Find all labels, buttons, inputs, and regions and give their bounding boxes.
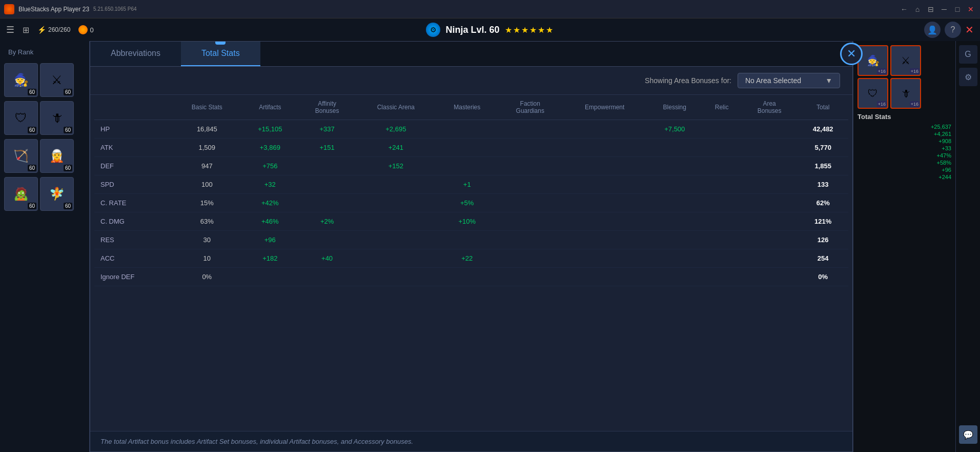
cell-6-faction — [498, 231, 562, 249]
maximize-icon[interactable]: □ — [952, 4, 963, 14]
right-hero-1[interactable]: 🧙 +16 — [858, 45, 888, 76]
cell-5-faction — [498, 212, 562, 231]
tab-total-stats-label: Total Stats — [201, 49, 240, 57]
outer-icon-2[interactable]: ⚙ — [959, 68, 977, 86]
cell-1-relic — [702, 139, 741, 157]
title-area: ⚙ Ninja Lvl. 60 ★★★★★★ — [426, 23, 554, 37]
cell-1-area — [741, 139, 798, 157]
col-affinity: AffinityBonuses — [299, 95, 356, 120]
cell-2-classic: +152 — [355, 157, 436, 175]
modal: Abbreviations Total Stats ✕ Showing Area… — [90, 41, 853, 452]
cell-2-empowerment — [562, 157, 647, 175]
cell-6-stat: RES — [94, 231, 173, 249]
cell-4-area — [741, 194, 798, 212]
cell-0-empowerment — [562, 120, 647, 139]
outer-icon-1[interactable]: G — [959, 45, 977, 64]
bluestacks-logo — [4, 4, 14, 14]
ninja-title: Ninja Lvl. 60 — [445, 25, 499, 35]
hero-thumb-4b[interactable]: 🧚 60 — [40, 177, 74, 211]
bookmark-icon[interactable]: ⊟ — [926, 4, 936, 14]
hero-thumb-2a[interactable]: 🛡 60 — [4, 101, 38, 135]
hamburger-icon[interactable]: ☰ — [6, 24, 14, 35]
chat-icon[interactable]: 💬 — [959, 425, 977, 444]
cell-6-empowerment — [562, 231, 647, 249]
tab-total-stats[interactable]: Total Stats — [181, 42, 260, 66]
right-hero-4[interactable]: 🗡 +16 — [890, 78, 921, 109]
grid-icon[interactable]: ⊞ — [23, 25, 29, 35]
cell-8-basic: 0% — [173, 268, 241, 286]
stars: ★★★★★★ — [505, 25, 554, 35]
area-dropdown-arrow: ▼ — [825, 76, 832, 85]
hero-level-2b: 60 — [64, 127, 72, 133]
cell-1-stat: ATK — [94, 139, 173, 157]
area-selector-row: Showing Area Bonuses for: No Area Select… — [90, 67, 852, 95]
cell-3-classic — [355, 175, 436, 194]
right-hero-2[interactable]: ⚔ +16 — [890, 45, 921, 76]
coin-count: 0 — [90, 26, 93, 34]
right-stat-hp: +25,637 — [858, 124, 951, 130]
cell-4-total: 62% — [798, 194, 848, 212]
hero-thumb-3a[interactable]: 🏹 60 — [4, 139, 38, 173]
cell-7-empowerment — [562, 249, 647, 268]
topbar: BlueStacks App Player 23 5.21.650.1065 P… — [0, 0, 980, 18]
home-icon[interactable]: ⌂ — [912, 4, 923, 14]
cell-5-blessing — [647, 212, 702, 231]
cell-7-masteries: +22 — [436, 249, 498, 268]
cell-1-faction — [498, 139, 562, 157]
cell-2-affinity — [299, 157, 356, 175]
table-row-4: C. RATE15%+42%+5%62% — [94, 194, 848, 212]
cell-1-artifacts: +3,869 — [241, 139, 299, 157]
cell-8-faction — [498, 268, 562, 286]
right-hero-badge-2: +16 — [910, 68, 920, 74]
cell-7-blessing — [647, 249, 702, 268]
hero-thumb-4a[interactable]: 🧟 60 — [4, 177, 38, 211]
back-icon[interactable]: ← — [899, 4, 909, 14]
area-dropdown-text: No Area Selected — [745, 76, 801, 85]
right-stat-cdmg: +58% — [858, 160, 951, 166]
cell-7-area — [741, 249, 798, 268]
hero-level-3b: 60 — [64, 165, 72, 171]
cell-5-masteries: +10% — [436, 212, 498, 231]
tab-abbreviations[interactable]: Abbreviations — [90, 42, 181, 66]
cell-6-area — [741, 231, 798, 249]
cell-3-basic: 100 — [173, 175, 241, 194]
hero-card-3: 🏹 60 🧝 60 — [4, 139, 85, 173]
cell-7-stat: ACC — [94, 249, 173, 268]
table-header-row: Basic Stats Artifacts AffinityBonuses Cl… — [94, 95, 848, 120]
modal-close-btn[interactable]: ✕ — [840, 43, 863, 65]
cell-4-empowerment — [562, 194, 647, 212]
hero-thumb-1a[interactable]: 🧙 60 — [4, 63, 38, 97]
stats-table-container: Basic Stats Artifacts AffinityBonuses Cl… — [90, 95, 852, 431]
health-value: 260/260 — [48, 26, 70, 33]
cell-0-artifacts: +15,105 — [241, 120, 299, 139]
cell-5-stat: C. DMG — [94, 212, 173, 231]
right-stat-atk: +4,261 — [858, 131, 951, 137]
hero-thumb-2b[interactable]: 🗡 60 — [40, 101, 74, 135]
right-hero-3[interactable]: 🛡 +16 — [858, 78, 888, 109]
cell-7-relic — [702, 249, 741, 268]
cell-8-blessing — [647, 268, 702, 286]
hero-thumb-3b[interactable]: 🧝 60 — [40, 139, 74, 173]
close-topbar-icon[interactable]: ✕ — [966, 4, 976, 14]
cell-7-classic — [355, 249, 436, 268]
cell-5-total: 121% — [798, 212, 848, 231]
cell-4-basic: 15% — [173, 194, 241, 212]
minimize-icon[interactable]: ─ — [939, 4, 949, 14]
profile-btn[interactable]: 👤 — [924, 22, 941, 38]
hero-card-1: 🧙 60 ⚔ 60 — [4, 63, 85, 97]
tab-indicator — [215, 42, 226, 45]
cell-1-total: 5,770 — [798, 139, 848, 157]
cell-4-blessing — [647, 194, 702, 212]
hero-thumb-1b[interactable]: ⚔ 60 — [40, 63, 74, 97]
settings-btn[interactable]: ? — [945, 22, 961, 38]
cell-3-artifacts: +32 — [241, 175, 299, 194]
outer-sidebar: G ⚙ 💬 — [955, 41, 980, 452]
hero-level-3a: 60 — [28, 165, 36, 171]
cell-2-total: 1,855 — [798, 157, 848, 175]
cell-3-stat: SPD — [94, 175, 173, 194]
cell-8-empowerment — [562, 268, 647, 286]
area-dropdown[interactable]: No Area Selected ▼ — [738, 73, 840, 88]
cell-8-relic — [702, 268, 741, 286]
close-game-icon[interactable]: ✕ — [965, 24, 974, 36]
cell-0-blessing: +7,500 — [647, 120, 702, 139]
